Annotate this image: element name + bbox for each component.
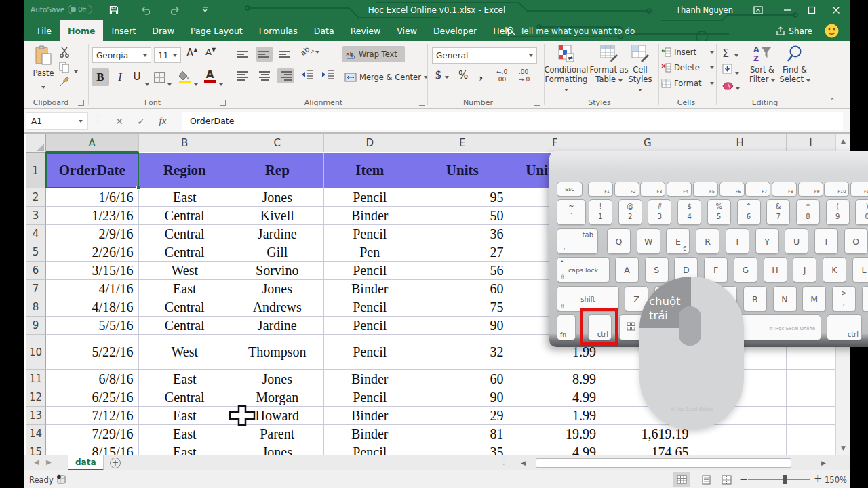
tab-splitter[interactable]: ⋮ <box>500 458 507 466</box>
tab-draw[interactable]: Draw <box>144 20 182 41</box>
column-header-g[interactable]: G <box>601 134 694 152</box>
cell-e11[interactable]: 60 <box>416 370 509 388</box>
cell-d7[interactable]: Binder <box>324 280 417 298</box>
fill-button[interactable] <box>722 64 739 77</box>
clear-button[interactable] <box>722 80 740 93</box>
cell-b8[interactable]: Central <box>139 298 232 317</box>
cell-a8[interactable]: 4/18/16 <box>46 298 139 317</box>
tab-data[interactable]: Data <box>306 20 342 41</box>
row-header-3[interactable]: 3 <box>26 207 46 225</box>
cell-b7[interactable]: East <box>139 280 232 298</box>
cell-f13[interactable]: 1.99 <box>509 407 602 425</box>
row-header-12[interactable]: 12 <box>26 388 46 407</box>
increase-font-button[interactable]: A▲ <box>186 47 197 59</box>
format-cells-button[interactable]: Format <box>661 79 714 88</box>
decrease-decimal-button[interactable]: .00→.0 <box>519 68 530 83</box>
zoom-out-button[interactable]: − <box>739 473 748 485</box>
cell-d11[interactable]: Binder <box>324 370 417 388</box>
conditional-formatting-button[interactable]: ≠ Conditional Formatting <box>542 45 591 94</box>
cell-c2[interactable]: Jones <box>231 188 324 207</box>
cell-e4[interactable]: 36 <box>416 225 509 243</box>
cell-b6[interactable]: West <box>139 262 232 280</box>
tab-file[interactable]: File <box>29 20 60 41</box>
sheet-nav-left[interactable]: ◀ <box>34 458 39 466</box>
row-header-10[interactable]: 10 <box>26 335 46 370</box>
cell-c6[interactable]: Sorvino <box>231 262 324 280</box>
cell-b5[interactable]: Central <box>139 243 232 262</box>
cell-i14[interactable] <box>787 425 835 443</box>
column-header-f[interactable]: F <box>509 134 602 152</box>
cell-i15[interactable] <box>787 443 835 455</box>
tab-review[interactable]: Review <box>342 20 389 41</box>
cell-d5[interactable]: Pen <box>324 243 417 262</box>
cell-e14[interactable]: 81 <box>416 425 509 443</box>
minimize-button[interactable] <box>776 0 798 20</box>
cell-a9[interactable]: 5/5/16 <box>46 317 139 335</box>
scroll-right-arrow[interactable]: ▶ <box>821 460 826 466</box>
cell-a4[interactable]: 2/9/16 <box>46 225 139 243</box>
cell-f15[interactable]: 4.99 <box>509 443 602 455</box>
cell-a10[interactable]: 5/22/16 <box>46 335 139 370</box>
cell-c7[interactable]: Jones <box>231 280 324 298</box>
cell-f12[interactable]: 4.99 <box>509 388 602 407</box>
cell-b10[interactable]: West <box>139 335 232 370</box>
redo-button[interactable] <box>167 3 182 17</box>
page-layout-view-button[interactable] <box>698 472 714 487</box>
row-header-2[interactable]: 2 <box>26 188 46 207</box>
tab-insert[interactable]: Insert <box>103 20 144 41</box>
cell-b12[interactable]: Central <box>139 388 232 407</box>
cell-b1[interactable]: Region <box>139 153 232 188</box>
autosave-toggle[interactable]: AutoSave Off <box>31 5 92 14</box>
fill-color-button[interactable] <box>178 70 192 86</box>
cell-d14[interactable]: Binder <box>324 425 417 443</box>
font-color-caret[interactable] <box>219 76 223 89</box>
zoom-in-button[interactable]: + <box>814 472 823 485</box>
cell-d3[interactable]: Binder <box>324 207 417 225</box>
format-as-table-button[interactable]: Format as Table <box>589 45 629 84</box>
row-header-6[interactable]: 6 <box>26 262 46 280</box>
cell-e9[interactable]: 90 <box>416 317 509 335</box>
cell-i13[interactable] <box>787 407 835 425</box>
cell-e6[interactable]: 56 <box>416 262 509 280</box>
share-button[interactable]: Share <box>776 20 812 41</box>
cell-d13[interactable]: Binder <box>324 407 417 425</box>
increase-indent-button[interactable] <box>321 68 334 83</box>
cell-e3[interactable]: 50 <box>416 207 509 225</box>
column-header-b[interactable]: B <box>139 134 232 152</box>
cell-g15[interactable]: 174.65 <box>601 443 694 455</box>
row-header-14[interactable]: 14 <box>26 425 46 443</box>
align-top-button[interactable] <box>235 47 252 62</box>
cell-a5[interactable]: 2/26/16 <box>46 243 139 262</box>
tab-home[interactable]: Home <box>60 20 104 41</box>
cell-b4[interactable]: Central <box>139 225 232 243</box>
undo-button[interactable] <box>138 3 153 17</box>
wrap-text-button[interactable]: ab Wrap Text <box>342 46 405 62</box>
cell-c4[interactable]: Jardine <box>231 225 324 243</box>
normal-view-button[interactable] <box>673 472 690 487</box>
cell-c5[interactable]: Gill <box>231 243 324 262</box>
underline-caret[interactable] <box>145 76 149 89</box>
cell-a14[interactable]: 7/29/16 <box>46 425 139 443</box>
font-dialog-launcher[interactable] <box>220 100 226 106</box>
cell-d15[interactable]: Pencil <box>324 443 417 455</box>
scroll-left-arrow[interactable]: ◀ <box>521 460 526 466</box>
row-header-8[interactable]: 8 <box>26 298 46 317</box>
cell-d1[interactable]: Item <box>324 153 417 188</box>
alignment-dialog-launcher[interactable] <box>419 100 425 106</box>
cell-f11[interactable]: 8.99 <box>509 370 602 388</box>
fill-color-caret[interactable] <box>194 76 198 89</box>
cell-a6[interactable]: 3/15/16 <box>46 262 139 280</box>
maximize-button[interactable] <box>801 0 823 20</box>
cell-d2[interactable]: Pencil <box>324 188 417 207</box>
cell-e10[interactable]: 32 <box>416 335 509 370</box>
decrease-indent-button[interactable] <box>300 68 314 83</box>
row-header-15[interactable]: 15 <box>26 443 46 455</box>
cell-d12[interactable]: Pencil <box>324 388 417 407</box>
delete-cells-button[interactable]: Delete <box>661 63 714 73</box>
cell-b15[interactable]: East <box>139 443 232 455</box>
cell-c12[interactable]: Morgan <box>231 388 324 407</box>
italic-button[interactable]: I <box>113 68 127 86</box>
underline-button[interactable]: U <box>130 68 144 86</box>
cell-e15[interactable]: 35 <box>416 443 509 455</box>
cell-c10[interactable]: Thompson <box>231 335 324 370</box>
